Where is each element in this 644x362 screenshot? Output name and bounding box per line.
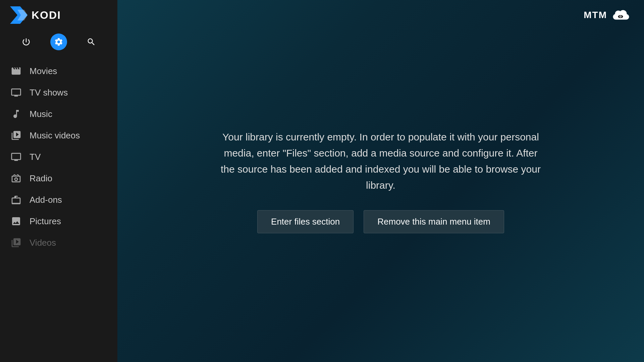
- app-name: KODI: [32, 9, 61, 21]
- music-videos-icon: [10, 129, 22, 141]
- music-icon: [10, 108, 22, 120]
- sidebar-controls: [0, 30, 117, 57]
- sidebar-item-tv-label: TV: [30, 152, 41, 162]
- sidebar-item-tv-shows[interactable]: TV shows: [0, 82, 117, 103]
- tv-icon: [10, 151, 22, 163]
- movies-icon: [10, 65, 22, 77]
- search-button[interactable]: [83, 34, 100, 50]
- sidebar-item-videos-label: Videos: [30, 238, 56, 248]
- videos-icon: [10, 237, 22, 249]
- sidebar-item-music-videos[interactable]: Music videos: [0, 125, 117, 146]
- tv-shows-icon: [10, 86, 22, 99]
- sidebar-header: KODI: [0, 0, 117, 30]
- sidebar-item-add-ons-label: Add-ons: [30, 195, 62, 205]
- settings-button[interactable]: [50, 34, 67, 50]
- power-button[interactable]: [18, 34, 35, 50]
- library-message: Your library is currently empty. In orde…: [216, 129, 545, 193]
- sidebar-item-radio[interactable]: Radio: [0, 168, 117, 189]
- kodi-logo-icon: [10, 6, 28, 24]
- sidebar-item-videos[interactable]: Videos: [0, 232, 117, 253]
- power-icon: [21, 37, 31, 47]
- add-ons-icon: [10, 194, 22, 206]
- sidebar-item-movies-label: Movies: [30, 66, 57, 76]
- search-icon: [87, 37, 96, 47]
- pictures-icon: [10, 215, 22, 227]
- sidebar-item-music[interactable]: Music: [0, 103, 117, 125]
- mtm-cloud-icon: [610, 8, 631, 22]
- svg-point-4: [620, 16, 621, 17]
- sidebar-item-tv-shows-label: TV shows: [30, 87, 68, 98]
- main-content: MTM Your library is currently empty. In …: [117, 0, 644, 362]
- sidebar-item-movies[interactable]: Movies: [0, 60, 117, 82]
- sidebar: KODI Movies: [0, 0, 117, 362]
- kodi-logo: KODI: [10, 6, 61, 24]
- sidebar-item-pictures[interactable]: Pictures: [0, 210, 117, 232]
- sidebar-item-music-label: Music: [30, 109, 52, 119]
- mtm-label: MTM: [584, 10, 607, 20]
- sidebar-item-add-ons[interactable]: Add-ons: [0, 189, 117, 210]
- remove-menu-item-button[interactable]: Remove this main menu item: [364, 210, 504, 233]
- sidebar-nav: Movies TV shows Music Music videos: [0, 57, 117, 362]
- sidebar-item-pictures-label: Pictures: [30, 216, 61, 227]
- mtm-logo: MTM: [584, 8, 631, 22]
- enter-files-section-button[interactable]: Enter files section: [257, 210, 354, 233]
- sidebar-item-radio-label: Radio: [30, 173, 52, 184]
- action-buttons: Enter files section Remove this main men…: [257, 210, 504, 233]
- settings-icon: [54, 37, 63, 47]
- sidebar-item-tv[interactable]: TV: [0, 146, 117, 168]
- radio-icon: [10, 172, 22, 184]
- sidebar-item-music-videos-label: Music videos: [30, 130, 80, 141]
- center-content: Your library is currently empty. In orde…: [196, 129, 565, 233]
